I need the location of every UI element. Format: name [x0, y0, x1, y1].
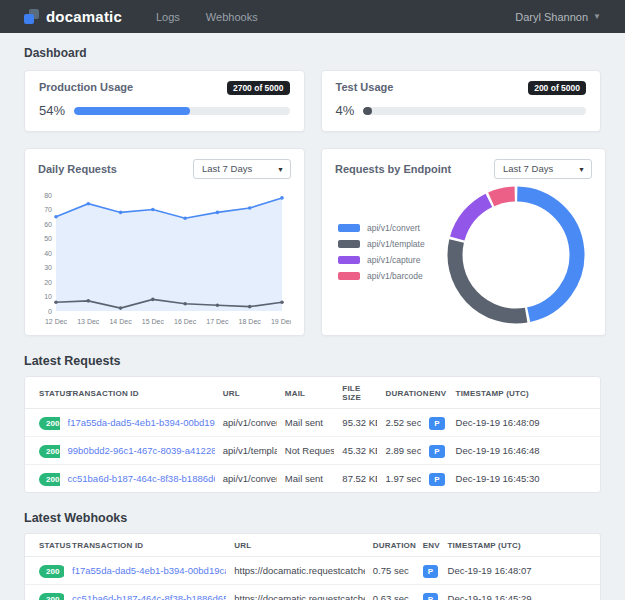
- svg-text:70: 70: [44, 206, 52, 213]
- transaction-id-link[interactable]: cc51ba6d-b187-464c-8f38-b1886d65dd0e: [68, 473, 215, 484]
- svg-text:14 Dec: 14 Dec: [109, 318, 132, 325]
- dashboard-page: Dashboard Production Usage 2700 of 5000 …: [0, 33, 625, 600]
- timestamp-text: Dec-19-19 16:45:29: [448, 593, 532, 600]
- status-cell: 200: [25, 557, 64, 585]
- svg-text:50: 50: [44, 235, 52, 242]
- svg-text:80: 80: [44, 192, 52, 199]
- progress-fill: [363, 107, 372, 115]
- card-title: Daily Requests: [38, 163, 117, 175]
- column-header: ENV: [415, 534, 440, 557]
- mail-cell: Mail sent: [277, 409, 335, 437]
- svg-text:0: 0: [48, 308, 52, 315]
- chevron-down-icon: ▼: [593, 12, 601, 21]
- column-header: MAIL: [277, 377, 335, 409]
- svg-text:19 Dec: 19 Dec: [271, 318, 291, 325]
- url-cell: api/v1/template: [215, 437, 277, 465]
- column-header: URL: [226, 534, 365, 557]
- column-header: TIMESTAMP (UTC): [440, 534, 600, 557]
- env-badge: P: [423, 593, 438, 600]
- svg-text:60: 60: [44, 221, 52, 228]
- timestamp-text: Dec-19-19 16:45:30: [456, 473, 540, 484]
- progress-bar: [363, 107, 586, 115]
- legend-item: api/v1/capture: [338, 255, 440, 265]
- timestamp-cell: Dec-19-19 16:48:07: [440, 557, 600, 585]
- timestamp-cell: Dec-19-19 16:45:29: [440, 585, 600, 600]
- nav-item-webhooks[interactable]: Webhooks: [206, 11, 258, 23]
- env-cell: P: [415, 585, 440, 600]
- legend-item: api/v1/barcode: [338, 271, 440, 281]
- svg-text:16 Dec: 16 Dec: [174, 318, 197, 325]
- brand[interactable]: docamatic: [24, 8, 122, 25]
- table-row: 200cc51ba6d-b187-464c-8f38-b1886d65dd0eh…: [25, 585, 600, 600]
- table-row: 20099b0bdd2-96c1-467c-8039-a412285694baa…: [25, 437, 600, 465]
- user-menu[interactable]: Daryl Shannon ▼: [515, 11, 601, 23]
- latest-webhooks-title: Latest Webhooks: [24, 511, 601, 525]
- progress-bar: [74, 107, 289, 115]
- legend-label: api/v1/convert: [367, 223, 420, 233]
- url-cell: https://docamatic.requestcatcher.com: [226, 557, 365, 585]
- env-cell: P: [415, 557, 440, 585]
- usage-percent: 4%: [336, 103, 355, 118]
- env-cell: P: [421, 437, 447, 465]
- usage-row: Production Usage 2700 of 5000 54% Test U…: [24, 70, 601, 132]
- latest-webhooks-table: STATUSTRANSACTION IDURLDURATIONENVTIMEST…: [24, 533, 601, 600]
- status-cell: 200: [25, 465, 60, 493]
- table-row: 200cc51ba6d-b187-464c-8f38-b1886d65dd0ea…: [25, 465, 600, 493]
- donut-segment-template: [455, 241, 526, 316]
- url-text: api/v1/convert: [223, 473, 277, 484]
- daily-requests-line-chart: 0102030405060708012 Dec13 Dec14 Dec15 De…: [38, 179, 291, 331]
- test-usage-card: Test Usage 200 of 5000 4%: [321, 70, 602, 132]
- file-size-cell: 45.32 KB: [334, 437, 377, 465]
- table-row: 200f17a55da-dad5-4eb1-b394-00bd19ca94c3a…: [25, 409, 600, 437]
- duration-text: 0.75 sec: [373, 565, 409, 576]
- transaction-id-link[interactable]: 99b0bdd2-96c1-467c-8039-a412285694ba: [68, 445, 215, 456]
- duration-cell: 1.97 sec: [377, 465, 421, 493]
- donut-legend: api/v1/convertapi/v1/templateapi/v1/capt…: [335, 223, 440, 287]
- progress-fill: [74, 107, 190, 115]
- svg-text:12 Dec: 12 Dec: [45, 318, 68, 325]
- file-size-cell: 95.32 KB: [334, 409, 377, 437]
- duration-cell: 0.63 sec: [365, 585, 415, 600]
- svg-text:40: 40: [44, 250, 52, 257]
- duration-cell: 0.75 sec: [365, 557, 415, 585]
- svg-text:17 Dec: 17 Dec: [206, 318, 229, 325]
- svg-text:20: 20: [44, 279, 52, 286]
- card-title: Requests by Endpoint: [335, 163, 451, 175]
- transaction-id-link[interactable]: f17a55da-dad5-4eb1-b394-00bd19ca94c3: [68, 417, 215, 428]
- url-text: https://docamatic.requestcatcher.com: [234, 593, 365, 600]
- status-badge: 200: [39, 473, 60, 486]
- chevron-down-icon: ▼: [277, 160, 284, 179]
- requests-by-endpoint-card: Requests by Endpoint Last 7 Days ▼ api/v…: [321, 148, 606, 336]
- svg-text:15 Dec: 15 Dec: [142, 318, 165, 325]
- donut-segment-capture: [457, 200, 489, 238]
- url-text: api/v1/convert: [223, 417, 277, 428]
- file-size-text: 95.32 KB: [342, 417, 377, 428]
- timestamp-text: Dec-19-19 16:46:48: [456, 445, 540, 456]
- card-title: Production Usage: [39, 81, 133, 93]
- transaction-id-link[interactable]: cc51ba6d-b187-464c-8f38-b1886d65dd0e: [72, 593, 226, 600]
- env-badge: P: [423, 565, 438, 578]
- production-usage-card: Production Usage 2700 of 5000 54%: [24, 70, 305, 132]
- transaction-id-cell: f17a55da-dad5-4eb1-b394-00bd19ca94c3: [64, 557, 226, 585]
- transaction-id-link[interactable]: f17a55da-dad5-4eb1-b394-00bd19ca94c3: [72, 565, 226, 576]
- duration-cell: 2.89 sec: [377, 437, 421, 465]
- legend-item: api/v1/convert: [338, 223, 440, 233]
- date-range-select[interactable]: Last 7 Days ▼: [193, 159, 291, 179]
- nav-item-logs[interactable]: Logs: [156, 11, 180, 23]
- date-range-value: Last 7 Days: [202, 163, 252, 174]
- env-cell: P: [421, 409, 447, 437]
- timestamp-cell: Dec-19-19 16:48:09: [448, 409, 600, 437]
- daily-requests-card: Daily Requests Last 7 Days ▼ 01020304050…: [24, 148, 305, 336]
- duration-cell: 2.52 sec: [377, 409, 421, 437]
- legend-label: api/v1/capture: [367, 255, 420, 265]
- env-cell: P: [421, 465, 447, 493]
- column-header: DURATION: [377, 377, 421, 409]
- legend-swatch: [338, 240, 360, 248]
- status-badge: 200: [39, 417, 60, 430]
- card-title: Test Usage: [336, 81, 394, 93]
- mail-cell: Mail sent: [277, 465, 335, 493]
- mail-text: Not Requested: [285, 445, 335, 456]
- transaction-id-cell: cc51ba6d-b187-464c-8f38-b1886d65dd0e: [64, 585, 226, 600]
- url-text: https://docamatic.requestcatcher.com: [234, 565, 365, 576]
- date-range-select[interactable]: Last 7 Days ▼: [494, 159, 592, 179]
